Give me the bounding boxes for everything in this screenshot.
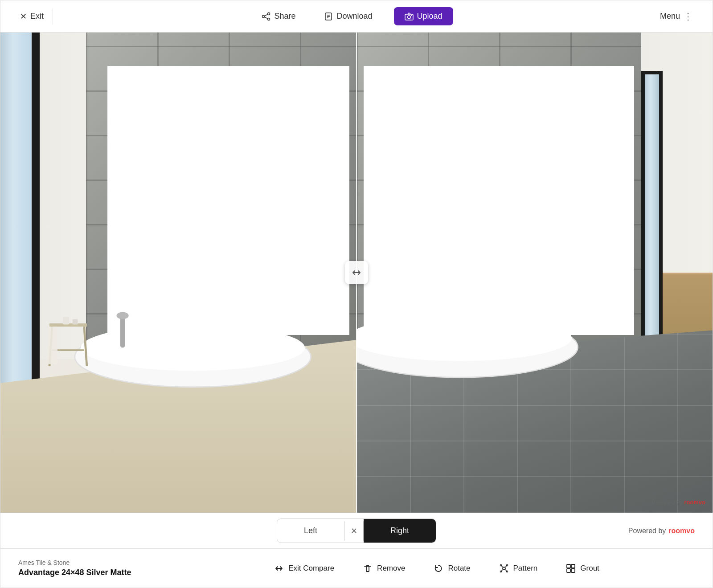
rotate-label: Rotate [448, 564, 470, 573]
side-table-svg [47, 302, 90, 388]
remove-button[interactable]: Remove [357, 560, 410, 577]
exit-label: Exit [30, 12, 44, 21]
svg-line-33 [505, 569, 506, 571]
scene-right: Powered by roomvo [356, 33, 713, 513]
powered-by-label: Powered by [628, 527, 666, 535]
exit-compare-button[interactable]: Exit Compare [269, 560, 340, 577]
exit-compare-icon [274, 564, 284, 573]
powered-by-text: Powered by [652, 499, 683, 506]
trash-icon [363, 564, 373, 573]
svg-rect-14 [120, 314, 125, 348]
download-label: Download [336, 12, 372, 21]
image-area: Powered by roomvo [0, 33, 713, 513]
svg-point-13 [81, 325, 305, 371]
svg-rect-22 [72, 319, 78, 324]
svg-rect-21 [63, 317, 69, 324]
svg-rect-9 [405, 14, 413, 20]
svg-line-4 [265, 17, 268, 19]
svg-line-30 [501, 566, 503, 567]
toolbar-center: Share Download Upload [64, 7, 644, 25]
svg-point-11 [411, 15, 412, 16]
product-info: Ames Tile & Stone Advantage 24×48 Silver… [18, 559, 179, 577]
svg-line-18 [84, 327, 87, 366]
bathtub-right-svg [356, 292, 581, 378]
rotate-icon [434, 564, 443, 573]
svg-point-26 [500, 564, 501, 566]
compare-close-icon: ✕ [351, 526, 357, 536]
compare-close-button[interactable]: ✕ [344, 521, 364, 541]
compare-left-label: Left [304, 526, 317, 535]
svg-point-1 [262, 15, 265, 17]
grout-grid-icon [566, 564, 576, 573]
bottom-bar: Ames Tile & Stone Advantage 24×48 Silver… [0, 548, 713, 588]
compare-right-label: Right [390, 526, 409, 535]
pattern-label: Pattern [513, 564, 538, 573]
remove-label: Remove [377, 564, 405, 573]
download-icon [324, 12, 333, 21]
powered-by-compare: Powered by roomvo [628, 527, 695, 535]
svg-line-32 [501, 569, 503, 571]
exit-button[interactable]: ✕ Exit [15, 8, 49, 25]
menu-button[interactable]: Menu ⋮ [655, 8, 698, 25]
svg-rect-36 [567, 569, 570, 572]
share-icon [262, 12, 270, 21]
compare-left-button[interactable]: Left [277, 519, 344, 543]
compare-right-button[interactable]: Right [364, 519, 436, 543]
upload-button[interactable]: Upload [394, 7, 453, 25]
svg-line-3 [265, 14, 268, 16]
right-narrow-window [641, 71, 663, 349]
exit-compare-label: Exit Compare [288, 564, 334, 573]
pattern-button[interactable]: Pattern [494, 560, 543, 577]
download-button[interactable]: Download [317, 8, 379, 24]
bathtub-svg [72, 297, 314, 393]
svg-rect-37 [571, 569, 575, 572]
share-button[interactable]: Share [254, 8, 303, 24]
camera-icon [405, 12, 414, 21]
product-brand: Ames Tile & Stone [18, 559, 179, 566]
watermark: Powered by roomvo [652, 499, 705, 506]
rotate-button[interactable]: Rotate [428, 560, 475, 577]
compare-bar: Left ✕ Right Powered by roomvo [0, 513, 713, 548]
scene-left [0, 33, 356, 513]
roomvo-label: roomvo [668, 527, 695, 535]
svg-point-24 [356, 315, 572, 361]
svg-rect-20 [48, 327, 57, 364]
svg-point-27 [506, 564, 508, 566]
product-name: Advantage 24×48 Silver Matte [18, 568, 179, 577]
toolbar: ✕ Exit Share [0, 0, 713, 33]
exit-icon: ✕ [20, 12, 27, 21]
pattern-icon [499, 564, 509, 573]
svg-point-10 [407, 16, 410, 19]
art-frame-left [107, 66, 349, 335]
toolbar-left: ✕ Exit [15, 8, 53, 25]
compare-buttons-group: Left ✕ Right [277, 519, 436, 543]
svg-point-15 [116, 312, 128, 319]
share-label: Share [274, 12, 295, 21]
svg-point-0 [268, 12, 270, 15]
drag-arrows-icon [350, 266, 363, 279]
toolbar-divider [53, 8, 53, 24]
app-wrapper: ✕ Exit Share [0, 0, 713, 588]
drag-handle[interactable] [345, 261, 368, 284]
grout-button[interactable]: Grout [561, 560, 605, 577]
svg-point-29 [506, 571, 508, 572]
svg-line-31 [505, 566, 506, 567]
menu-dots-icon: ⋮ [684, 11, 693, 22]
upload-label: Upload [417, 12, 443, 21]
svg-rect-35 [571, 564, 575, 568]
roomvo-brand: roomvo [684, 499, 705, 506]
svg-point-25 [503, 567, 505, 570]
menu-label: Menu [660, 12, 680, 21]
bottom-actions: Exit Compare Remove Rotate [179, 560, 695, 577]
svg-point-2 [268, 18, 270, 20]
svg-point-28 [500, 571, 501, 572]
toolbar-right: Menu ⋮ [655, 8, 698, 25]
svg-rect-34 [567, 564, 570, 568]
grout-label: Grout [580, 564, 599, 573]
